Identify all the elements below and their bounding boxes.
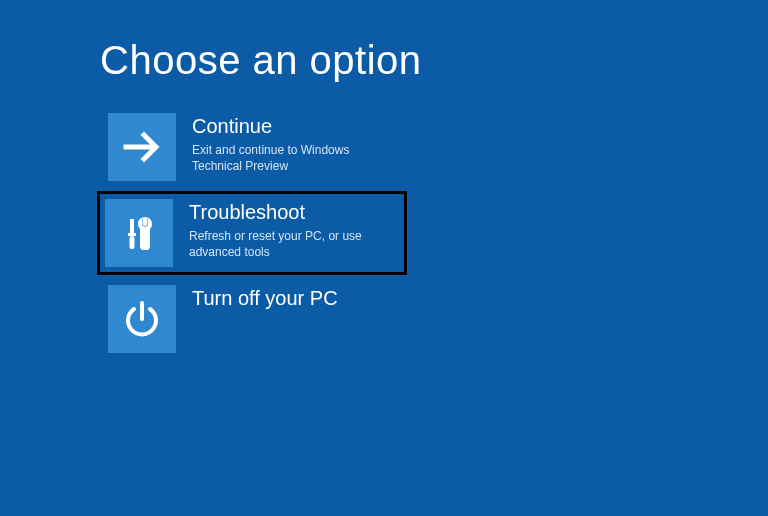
options-list: Continue Exit and continue to Windows Te… — [0, 105, 768, 361]
tools-icon — [105, 199, 173, 267]
option-troubleshoot-desc: Refresh or reset your PC, or use advance… — [189, 228, 389, 260]
option-turnoff[interactable]: Turn off your PC — [100, 277, 410, 361]
option-continue-title: Continue — [192, 115, 392, 138]
svg-rect-3 — [130, 236, 135, 249]
option-turnoff-text: Turn off your PC — [176, 285, 338, 314]
power-icon — [108, 285, 176, 353]
arrow-right-icon — [108, 113, 176, 181]
option-turnoff-title: Turn off your PC — [192, 287, 338, 310]
svg-rect-2 — [128, 233, 136, 236]
svg-rect-1 — [130, 219, 134, 233]
option-troubleshoot[interactable]: Troubleshoot Refresh or reset your PC, o… — [97, 191, 407, 275]
option-continue[interactable]: Continue Exit and continue to Windows Te… — [100, 105, 410, 189]
option-troubleshoot-text: Troubleshoot Refresh or reset your PC, o… — [173, 199, 389, 260]
option-continue-text: Continue Exit and continue to Windows Te… — [176, 113, 392, 174]
page-title: Choose an option — [0, 0, 768, 105]
option-troubleshoot-title: Troubleshoot — [189, 201, 389, 224]
option-continue-desc: Exit and continue to Windows Technical P… — [192, 142, 392, 174]
